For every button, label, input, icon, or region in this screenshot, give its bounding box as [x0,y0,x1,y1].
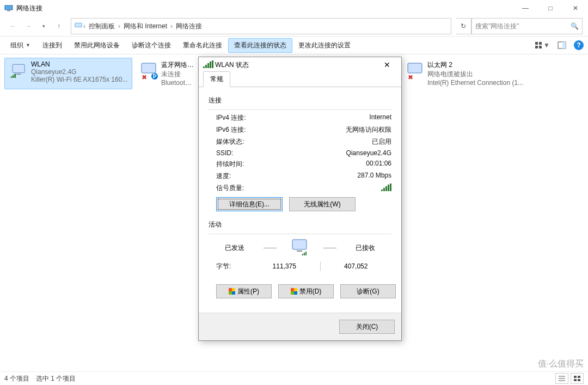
activity-graphic: 已发送 —— —— 已接收 [209,239,391,257]
address-bar: ← → ▾ ↑ › 控制面板 › 网络和 Internet › 网络连接 ↻ 搜… [0,16,588,36]
change-settings-button[interactable]: 更改此连接的设置 [292,38,357,53]
section-connection-label: 连接 [209,96,391,105]
adapter-device: Killer(R) Wi-Fi 6E AX1675x 160... [31,76,130,83]
bytes-sent-value: 111,375 [249,262,320,270]
svg-rect-28 [302,254,303,255]
svg-rect-3 [535,42,538,45]
svg-rect-22 [574,376,577,378]
svg-rect-25 [578,379,580,381]
minimize-button[interactable]: — [513,0,538,16]
svg-rect-13 [15,74,16,78]
details-button[interactable]: 详细信息(E)... [216,197,283,211]
media-state-value: 已启用 [281,137,391,146]
bytes-label: 字节: [216,262,249,271]
forward-button[interactable]: → [21,19,36,34]
duration-label: 持续时间: [216,160,281,169]
received-label: 已接收 [341,243,390,253]
adapter-item-ethernet[interactable]: ✖ 以太网 2 网络电缆被拔出 Intel(R) Ethernet Connec… [401,58,529,89]
back-button[interactable]: ← [5,19,21,34]
svg-text:✖: ✖ [142,74,147,81]
connect-to-button[interactable]: 连接到 [36,38,68,53]
breadcrumb-item[interactable]: 网络连接 [176,22,202,31]
chevron-right-icon: › [83,22,85,30]
adapter-status: Qianseyue2.4G [31,68,130,76]
help-button[interactable]: ? [574,40,584,50]
diagnose-button[interactable]: 诊断这个连接 [126,38,177,53]
ipv4-value: Internet [281,113,391,123]
duration-value: 00:01:06 [281,160,391,169]
diagnose-button[interactable]: 诊断(G) [340,284,396,298]
view-options-button[interactable]: ▼ [535,38,550,53]
adapter-name: 蓝牙网络连接 [161,60,194,70]
adapter-device: Intel(R) Ethernet Connection (1... [427,79,526,87]
refresh-button[interactable]: ↻ [456,18,471,34]
adapter-status: 网络电缆被拔出 [427,70,526,79]
svg-rect-11 [11,76,13,78]
up-button[interactable]: ↑ [51,19,66,34]
adapter-item-wlan[interactable]: WLAN Qianseyue2.4G Killer(R) Wi-Fi 6E AX… [4,58,132,89]
activity-icon [281,239,319,257]
adapter-name: 以太网 2 [427,60,526,70]
breadcrumb-item[interactable]: 网络和 Internet [124,22,167,31]
uac-shield-icon [291,288,297,295]
svg-rect-17 [408,63,422,73]
wireless-properties-button[interactable]: 无线属性(W) [289,197,356,211]
svg-rect-29 [304,253,305,255]
maximize-button[interactable]: □ [538,0,563,16]
svg-rect-23 [578,376,580,378]
view-status-button[interactable]: 查看此连接的状态 [228,38,292,53]
svg-text:✖: ✖ [408,74,413,81]
ethernet-adapter-icon: ✖ [403,60,427,82]
item-count: 4 个项目 [4,374,29,383]
svg-rect-4 [539,42,542,45]
bluetooth-adapter-icon: ✖ [137,60,161,82]
svg-rect-26 [292,240,307,249]
chevron-down-icon: ▼ [26,42,30,48]
search-input[interactable]: 搜索"网络连接" 🔍 [471,18,583,34]
chevron-right-icon: › [170,22,173,30]
dialog-body: 连接 IPv4 连接:Internet IPv6 连接:无网络访问权限 媒体状态… [199,87,401,313]
details-view-button[interactable] [555,373,568,384]
tab-general[interactable]: 常规 [203,71,230,87]
signal-quality-label: 信号质量: [216,184,281,193]
dialog-titlebar[interactable]: WLAN 状态 ✕ [199,57,401,72]
rename-button[interactable]: 重命名此连接 [177,38,228,53]
disable-device-button[interactable]: 禁用此网络设备 [68,38,126,53]
adapter-device: Bluetooth Device (Personal Ar... [161,79,194,87]
signal-quality-value [281,184,391,193]
adapter-status: 未连接 [161,70,194,79]
uac-shield-icon [229,288,235,295]
ssid-label: SSID: [216,149,281,157]
close-dialog-button[interactable]: 关闭(C) [339,320,395,334]
speed-value: 287.0 Mbps [281,172,391,181]
sent-label: 已发送 [210,243,259,253]
svg-rect-14 [142,63,156,73]
disable-button[interactable]: 禁用(D) [278,284,334,298]
svg-rect-5 [535,46,538,48]
adapter-item-bluetooth[interactable]: ✖ 蓝牙网络连接 未连接 Bluetooth Device (Personal … [134,58,197,89]
organize-menu[interactable]: 组织▼ [4,38,36,53]
command-toolbar: 组织▼ 连接到 禁用此网络设备 诊断这个连接 重命名此连接 查看此连接的状态 更… [0,36,588,54]
close-button[interactable]: ✕ [563,0,588,16]
ssid-value: Qianseyue2.4G [281,149,391,157]
breadcrumb-item[interactable]: 控制面板 [89,22,115,31]
breadcrumb-bar[interactable]: › 控制面板 › 网络和 Internet › 网络连接 [71,18,451,34]
window-titlebar: 网络连接 — □ ✕ [0,0,588,16]
recent-locations-dropdown[interactable]: ▾ [36,19,51,34]
dialog-close-button[interactable]: ✕ [377,57,397,72]
svg-rect-24 [574,379,577,381]
status-bar: 4 个项目 选中 1 个项目 [0,371,588,385]
svg-rect-9 [13,64,24,72]
signal-icon [203,60,212,69]
svg-rect-12 [13,75,14,78]
large-icons-view-button[interactable] [571,373,584,384]
media-state-label: 媒体状态: [216,137,281,146]
svg-rect-10 [16,74,21,75]
speed-label: 速度: [216,172,281,181]
dialog-footer: 关闭(C) [199,313,401,340]
preview-pane-button[interactable] [554,38,569,53]
section-activity-label: 活动 [209,220,391,229]
bytes-received-value: 407,052 [321,262,392,270]
properties-button[interactable]: 属性(P) [216,284,272,298]
svg-rect-30 [305,252,307,255]
